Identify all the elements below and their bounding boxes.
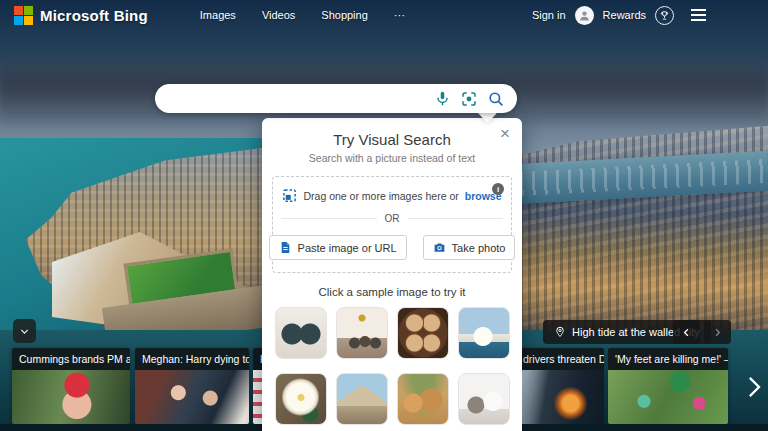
nav-videos[interactable]: Videos (262, 9, 295, 21)
sample-image-sydney-opera-house[interactable] (458, 307, 510, 359)
news-thumbnail (608, 370, 728, 424)
take-photo-label: Take photo (452, 242, 506, 254)
news-card-title: Meghan: Harry dying to be... (135, 348, 249, 370)
info-icon[interactable]: i (492, 183, 504, 195)
drag-instruction-row: Drag one or more images here or browse (281, 188, 503, 203)
avatar[interactable] (575, 6, 594, 25)
camera-icon (433, 241, 446, 254)
sample-image-white-rose[interactable] (275, 373, 327, 425)
popup-subtitle: Search with a picture instead of text (309, 152, 475, 164)
nav-more-menu[interactable]: ··· (394, 9, 405, 21)
drag-drop-zone[interactable]: i Drag one or more images here or browse… (272, 176, 512, 273)
person-icon (578, 9, 591, 22)
primary-nav: Images Videos Shopping ··· (200, 9, 405, 21)
sign-in-link[interactable]: Sign in (532, 9, 566, 21)
drag-image-icon (282, 188, 297, 203)
sample-prompt: Click a sample image to try it (319, 286, 466, 298)
news-card-title: Cummings brands PM and ... (12, 348, 130, 370)
microsoft-logo-icon (14, 6, 33, 25)
close-icon[interactable]: × (498, 123, 512, 144)
chevron-left-icon (681, 327, 692, 338)
search-bar (155, 84, 517, 113)
or-divider: OR (281, 213, 503, 224)
trophy-icon (659, 10, 670, 21)
top-navigation: Microsoft Bing Images Videos Shopping ··… (0, 0, 768, 30)
magnifier-icon[interactable] (487, 90, 505, 108)
paste-document-icon (279, 241, 292, 254)
news-card-title: drivers threaten Du... (516, 348, 604, 370)
caption-next-button[interactable] (704, 320, 731, 344)
popup-title: Try Visual Search (333, 131, 451, 148)
sample-image-dogs[interactable] (397, 373, 449, 425)
hamburger-menu-icon[interactable] (691, 9, 706, 21)
or-label: OR (385, 213, 400, 224)
rewards-link[interactable]: Rewards (603, 9, 646, 21)
news-card[interactable]: 'My feet are killing me!' – S... (608, 348, 728, 424)
caption-prev-button[interactable] (673, 320, 700, 344)
microphone-icon[interactable] (434, 90, 451, 107)
nav-shopping[interactable]: Shopping (321, 9, 368, 21)
news-carousel-next-button[interactable] (744, 374, 764, 404)
news-card[interactable]: drivers threaten Du... (516, 348, 604, 424)
sample-image-grid (275, 307, 510, 425)
account-area: Sign in Rewards (532, 6, 706, 25)
news-thumbnail (12, 370, 130, 424)
paste-button-label: Paste image or URL (298, 242, 397, 254)
chevron-right-icon (744, 374, 764, 400)
sample-image-louvre-pyramid[interactable] (336, 373, 388, 425)
action-buttons-row: Paste image or URL Take photo (281, 235, 503, 260)
drag-text: Drag one or more images here or (303, 190, 458, 202)
paste-image-url-button[interactable]: Paste image or URL (269, 235, 407, 260)
visual-search-icon[interactable] (460, 90, 478, 108)
search-bar-icons (434, 90, 505, 108)
collapse-news-button[interactable] (13, 319, 36, 343)
nav-images[interactable]: Images (200, 9, 236, 21)
visual-search-popup: × Try Visual Search Search with a pictur… (262, 118, 522, 431)
bing-homepage: Microsoft Bing Images Videos Shopping ··… (0, 0, 768, 431)
sample-image-coffee-cups[interactable] (397, 307, 449, 359)
news-card[interactable]: Meghan: Harry dying to be... (135, 348, 249, 424)
news-thumbnail (516, 370, 604, 424)
brand-title: Microsoft Bing (40, 7, 148, 24)
sample-image-sunglasses[interactable] (275, 307, 327, 359)
sample-image-dining-room[interactable] (336, 307, 388, 359)
news-card-title: 'My feet are killing me!' – S... (608, 348, 728, 370)
chevron-down-icon (18, 325, 31, 338)
chevron-right-icon (712, 327, 723, 338)
bing-logo[interactable]: Microsoft Bing (14, 6, 148, 25)
sample-image-chair-interior[interactable] (458, 373, 510, 425)
take-photo-button[interactable]: Take photo (423, 235, 516, 260)
search-input[interactable] (171, 90, 434, 107)
location-pin-icon (554, 326, 566, 338)
news-thumbnail (135, 370, 249, 424)
news-card[interactable]: Cummings brands PM and ... (12, 348, 130, 424)
rewards-trophy-icon[interactable] (655, 6, 674, 25)
